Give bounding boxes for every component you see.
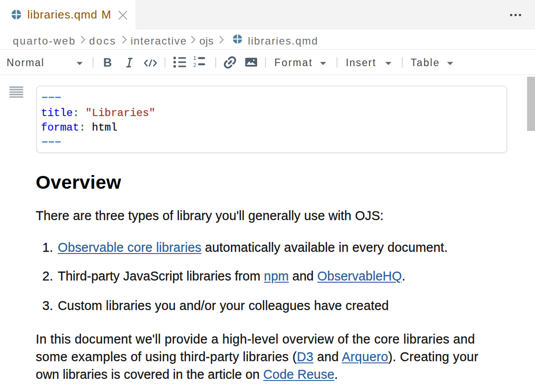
svg-text:2: 2 [193, 62, 196, 68]
svg-text:1: 1 [193, 56, 196, 61]
